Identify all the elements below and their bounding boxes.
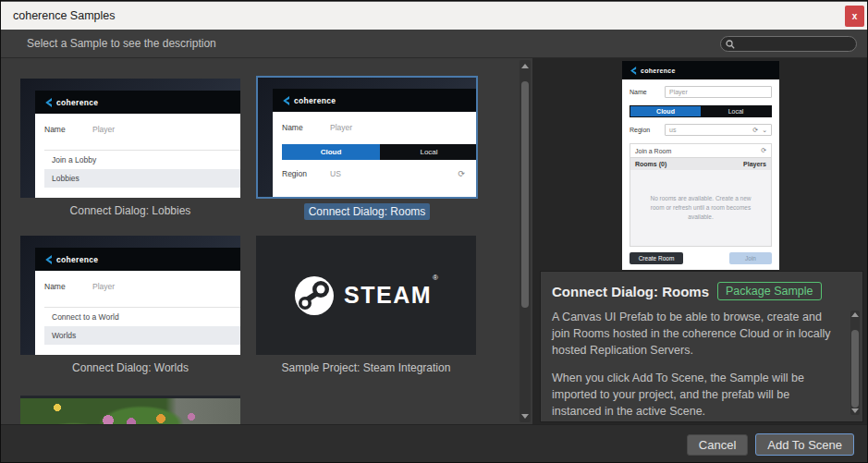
- description-scrollbar-track[interactable]: [850, 319, 860, 407]
- coherence-logo-icon: [44, 98, 53, 107]
- preview-region-select: us ⟳ ⌄: [665, 124, 772, 136]
- preview-region-label: Region: [630, 127, 665, 133]
- mock-list-item: Worlds: [44, 326, 240, 345]
- selected-caption-pill: Connect Dialog: Rooms: [304, 203, 431, 220]
- window-title: coherence Samples: [13, 9, 115, 22]
- mock-tab-cloud: Cloud: [282, 144, 380, 160]
- sample-card-lobbies[interactable]: coherence Name Player Join a Lobby Lobbi…: [20, 79, 240, 217]
- worlds-thumbnail: coherence Name Player Connect to a World…: [20, 236, 240, 355]
- preview-name-value: Player: [669, 89, 688, 95]
- refresh-icon: ⟳: [752, 127, 758, 134]
- preview-mock-header: coherence: [622, 61, 779, 79]
- refresh-icon: ⟳: [761, 147, 766, 154]
- mock-name-label: Name: [44, 282, 92, 291]
- card-caption: Sample Project: Steam Integration: [256, 361, 476, 374]
- coherence-logo-icon: [282, 96, 290, 105]
- package-sample-badge: Package Sample: [717, 282, 822, 300]
- sample-card-partial[interactable]: [20, 396, 240, 424]
- chevron-down-icon: ⌄: [762, 127, 767, 134]
- coherence-logo-icon: [44, 255, 53, 264]
- preview-players-column: Players: [743, 161, 766, 167]
- mock-name-label: Name: [282, 123, 330, 132]
- preview-name-input: Player: [665, 86, 772, 98]
- brand-label: coherence: [56, 98, 98, 107]
- search-input[interactable]: [735, 39, 846, 50]
- card-caption-selected: Connect Dialog: Rooms: [256, 205, 478, 218]
- sample-card-rooms-selected[interactable]: coherence Name Player Cloud Local: [256, 76, 478, 218]
- lobbies-mock-dialog: coherence Name Player Join a Lobby Lobbi…: [35, 91, 240, 198]
- rooms-mock-dialog: coherence Name Player Cloud Local: [273, 89, 476, 197]
- rooms-thumbnail: coherence Name Player Cloud Local: [258, 78, 476, 197]
- card-caption: Connect Dialog: Lobbies: [20, 204, 240, 217]
- mock-list-item: Lobbies: [44, 169, 240, 188]
- steam-wordmark: STEAM®: [344, 282, 438, 309]
- titlebar: coherence Samples x: [1, 1, 867, 30]
- scroll-down-arrow-icon[interactable]: [851, 408, 859, 413]
- description-paragraph: A Canvas UI Prefab to be able to browse,…: [552, 310, 837, 359]
- preview-empty-state-text: No rooms are available. Create a new roo…: [643, 194, 759, 221]
- mock-list-header: Join a Lobby: [44, 151, 240, 169]
- scroll-up-arrow-icon[interactable]: [521, 64, 529, 68]
- description-panel: Connect Dialog: Rooms Package Sample A C…: [540, 271, 863, 422]
- selection-border: coherence Name Player Cloud Local: [256, 76, 478, 199]
- grid-scrollbar-thumb[interactable]: [521, 81, 529, 308]
- refresh-icon: ⟳: [458, 169, 465, 178]
- search-box[interactable]: [720, 36, 857, 52]
- card-caption: Connect Dialog: Worlds: [20, 361, 240, 374]
- description-scrollbar[interactable]: [850, 311, 860, 415]
- preview-name-label: Name: [630, 89, 665, 95]
- preview-area: coherence Name Player Cloud Local Region: [532, 58, 868, 271]
- footer-bar: Cancel Add To Scene: [1, 424, 867, 463]
- mock-name-label: Name: [44, 125, 92, 134]
- sample-card-worlds[interactable]: coherence Name Player Connect to a World…: [20, 236, 240, 374]
- brand-label: coherence: [294, 96, 336, 105]
- lobbies-thumbnail: coherence Name Player Join a Lobby Lobbi…: [20, 79, 240, 198]
- description-paragraph: When you click Add To Scene, the Sample …: [552, 371, 837, 420]
- scroll-up-arrow-icon[interactable]: [851, 312, 859, 317]
- nature-thumbnail: [20, 396, 240, 424]
- preview-create-room-button: Create Room: [630, 252, 683, 264]
- steam-text: STEAM: [344, 282, 432, 308]
- sample-title: Connect Dialog: Rooms: [552, 284, 709, 299]
- brand-label: coherence: [641, 67, 676, 74]
- mock-name-value: Player: [330, 123, 352, 132]
- mock-region-value: US: [330, 169, 341, 178]
- mock-header: coherence: [273, 89, 476, 112]
- preview-rooms-column: Rooms (0): [635, 161, 666, 167]
- samples-dialog-window: coherence Samples x Select a Sample to s…: [0, 0, 868, 463]
- mock-name-value: Player: [92, 282, 115, 291]
- preview-region-value: us: [669, 127, 676, 133]
- scroll-down-arrow-icon[interactable]: [521, 414, 529, 419]
- steam-registered-mark: ®: [433, 274, 438, 282]
- mock-list-header: Connect to a World: [44, 308, 240, 326]
- rooms-preview-image: coherence Name Player Cloud Local Region: [622, 61, 779, 270]
- sample-card-steam[interactable]: STEAM® Sample Project: Steam Integration: [256, 236, 476, 374]
- close-button[interactable]: x: [845, 6, 864, 27]
- samples-grid: coherence Name Player Join a Lobby Lobbi…: [1, 58, 532, 424]
- mock-header: coherence: [35, 91, 240, 114]
- preview-tab-local: Local: [701, 106, 771, 116]
- worlds-mock-dialog: coherence Name Player Connect to a World…: [35, 248, 240, 355]
- cancel-button[interactable]: Cancel: [687, 434, 748, 456]
- search-icon: [726, 40, 735, 49]
- mock-header: coherence: [35, 248, 240, 271]
- selection-hint-label: Select a Sample to see the description: [27, 37, 216, 50]
- steam-thumbnail: STEAM®: [256, 236, 476, 355]
- details-pane: coherence Name Player Cloud Local Region: [532, 58, 868, 424]
- mock-name-value: Player: [92, 125, 115, 134]
- preview-join-header: Join a Room: [635, 148, 671, 154]
- grid-scrollbar-track[interactable]: [520, 72, 531, 414]
- preview-tab-cloud: Cloud: [630, 106, 701, 116]
- preview-rooms-section: Join a Room ⟳ Rooms (0) Players No rooms…: [630, 143, 772, 247]
- grid-scrollbar[interactable]: [520, 60, 531, 422]
- mock-region-label: Region: [282, 169, 330, 178]
- steam-logo-icon: [294, 275, 335, 316]
- mock-tab-local: Local: [380, 144, 476, 160]
- brand-label: coherence: [56, 255, 98, 264]
- add-to-scene-button[interactable]: Add To Scene: [755, 433, 854, 456]
- coherence-logo-icon: [630, 67, 637, 75]
- preview-join-button: Join: [729, 252, 772, 264]
- description-scrollbar-thumb[interactable]: [851, 330, 859, 408]
- toolbar: Select a Sample to see the description: [1, 30, 867, 58]
